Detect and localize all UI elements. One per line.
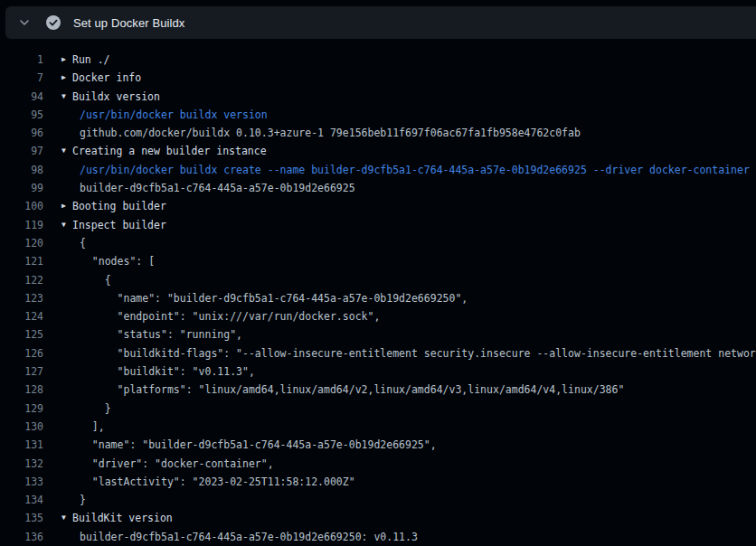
- output-text: "nodes": [: [80, 252, 155, 270]
- log-line: 126 "buildkitd-flags": "--allow-insecure…: [0, 344, 756, 362]
- line-number-link[interactable]: 136: [0, 528, 43, 546]
- line-number-link[interactable]: 98: [0, 161, 43, 179]
- line-number-link[interactable]: 99: [0, 179, 43, 197]
- output-text: ],: [80, 418, 105, 436]
- log-line: 95/usr/bin/docker buildx version: [0, 106, 756, 124]
- gutter-spacer: [43, 106, 72, 124]
- line-number-link[interactable]: 128: [0, 381, 43, 399]
- line-number-link[interactable]: 124: [0, 307, 43, 325]
- output-text: "buildkitd-flags": "--allow-insecure-ent…: [80, 344, 756, 362]
- gutter-spacer: [43, 234, 72, 252]
- log-line: 121 "nodes": [: [0, 252, 756, 270]
- line-number-link[interactable]: 119: [0, 216, 43, 234]
- line-number-link[interactable]: 97: [0, 142, 43, 160]
- line-number-link[interactable]: 123: [0, 289, 43, 307]
- group-collapse-triangle-icon[interactable]: ▼: [43, 142, 72, 160]
- log-group-row[interactable]: 135▼BuildKit version: [0, 509, 756, 527]
- line-number-link[interactable]: 133: [0, 473, 43, 491]
- step-title: Set up Docker Buildx: [73, 16, 184, 30]
- line-number-link[interactable]: 132: [0, 455, 43, 473]
- line-number-link[interactable]: 129: [0, 400, 43, 418]
- gutter-spacer: [43, 491, 72, 509]
- line-number-link[interactable]: 122: [0, 271, 43, 289]
- output-text: builder-d9cfb5a1-c764-445a-a57e-0b19d2e6…: [80, 179, 355, 197]
- log-lines: 1▶Run ./7▶Docker info94▼Buildx version95…: [0, 39, 756, 546]
- line-number-link[interactable]: 1: [0, 51, 43, 69]
- line-number-link[interactable]: 7: [0, 69, 43, 87]
- output-text: "lastActivity": "2023-02-25T11:58:12.000…: [80, 473, 355, 491]
- gutter-spacer: [43, 381, 72, 399]
- group-collapse-triangle-icon[interactable]: ▼: [43, 88, 72, 106]
- log-line: 132 "driver": "docker-container",: [0, 455, 756, 473]
- gutter-spacer: [43, 362, 72, 381]
- gutter-spacer: [43, 307, 72, 325]
- log-group-row[interactable]: 1▶Run ./: [0, 51, 756, 69]
- log-group-row[interactable]: 119▼Inspect builder: [0, 216, 756, 234]
- command-text: /usr/bin/docker buildx version: [80, 106, 268, 124]
- log-group-row[interactable]: 94▼Buildx version: [0, 88, 756, 106]
- log-group-row[interactable]: 7▶Docker info: [0, 69, 756, 87]
- log-line: 120{: [0, 234, 756, 252]
- line-number-link[interactable]: 120: [0, 234, 43, 252]
- group-expand-triangle-icon[interactable]: ▶: [43, 51, 72, 69]
- log-line: 122 {: [0, 271, 756, 289]
- output-text: "endpoint": "unix:///var/run/docker.sock…: [80, 307, 380, 325]
- check-circle-icon: [45, 14, 61, 31]
- gutter-spacer: [43, 528, 72, 546]
- output-text: "platforms": "linux/amd64,linux/amd64/v2…: [80, 381, 624, 399]
- gutter-spacer: [43, 344, 72, 362]
- log-line: 127 "buildkit": "v0.11.3",: [0, 362, 756, 381]
- output-text: builder-d9cfb5a1-c764-445a-a57e-0b19d2e6…: [80, 528, 418, 546]
- group-title-text: BuildKit version: [72, 509, 173, 527]
- line-number-link[interactable]: 121: [0, 252, 43, 270]
- gutter-spacer: [43, 161, 72, 179]
- gutter-spacer: [43, 400, 72, 418]
- line-number-link[interactable]: 134: [0, 491, 43, 509]
- group-expand-triangle-icon[interactable]: ▶: [43, 197, 72, 215]
- command-text: /usr/bin/docker buildx create --name bui…: [80, 161, 750, 179]
- log-line: 125 "status": "running",: [0, 325, 756, 344]
- gutter-spacer: [43, 271, 72, 289]
- output-text: {: [80, 271, 111, 289]
- group-title-text: Booting builder: [72, 197, 166, 215]
- line-number-link[interactable]: 125: [0, 325, 43, 344]
- log-group-row[interactable]: 97▼Creating a new builder instance: [0, 142, 756, 160]
- line-number-link[interactable]: 126: [0, 344, 43, 362]
- line-number-link[interactable]: 100: [0, 197, 43, 215]
- group-title-text: Creating a new builder instance: [72, 142, 267, 160]
- group-collapse-triangle-icon[interactable]: ▼: [43, 216, 72, 234]
- line-number-link[interactable]: 130: [0, 418, 43, 436]
- line-number-link[interactable]: 131: [0, 436, 43, 454]
- output-text: }: [80, 491, 86, 509]
- group-title-text: Buildx version: [72, 88, 160, 106]
- output-text: "name": "builder-d9cfb5a1-c764-445a-a57e…: [80, 436, 437, 454]
- chevron-down-icon[interactable]: [18, 16, 31, 29]
- log-line: 98/usr/bin/docker buildx create --name b…: [0, 161, 756, 179]
- log-group-row[interactable]: 100▶Booting builder: [0, 197, 756, 215]
- output-text: "name": "builder-d9cfb5a1-c764-445a-a57e…: [80, 289, 468, 307]
- group-title-text: Run ./: [72, 51, 110, 69]
- output-text: "buildkit": "v0.11.3",: [80, 362, 255, 381]
- group-collapse-triangle-icon[interactable]: ▼: [43, 509, 72, 527]
- log-line: 130 ],: [0, 418, 756, 436]
- output-text: }: [80, 400, 111, 418]
- gutter-spacer: [43, 289, 72, 307]
- log-line: 124 "endpoint": "unix:///var/run/docker.…: [0, 307, 756, 325]
- line-number-link[interactable]: 94: [0, 88, 43, 106]
- group-title-text: Docker info: [72, 69, 141, 87]
- log-line: 128 "platforms": "linux/amd64,linux/amd6…: [0, 381, 756, 399]
- gutter-spacer: [43, 473, 72, 491]
- line-number-link[interactable]: 95: [0, 106, 43, 124]
- gutter-spacer: [43, 436, 72, 454]
- log-line: 96github.com/docker/buildx 0.10.3+azure-…: [0, 124, 756, 142]
- line-number-link[interactable]: 127: [0, 362, 43, 381]
- gutter-spacer: [43, 124, 72, 142]
- line-number-link[interactable]: 135: [0, 509, 43, 527]
- step-header[interactable]: Set up Docker Buildx: [5, 6, 756, 39]
- gutter-spacer: [43, 418, 72, 436]
- log-line: 131 "name": "builder-d9cfb5a1-c764-445a-…: [0, 436, 756, 454]
- group-expand-triangle-icon[interactable]: ▶: [43, 69, 72, 87]
- line-number-link[interactable]: 96: [0, 124, 43, 142]
- log-line: 129 }: [0, 400, 756, 418]
- output-text: "driver": "docker-container",: [80, 455, 274, 473]
